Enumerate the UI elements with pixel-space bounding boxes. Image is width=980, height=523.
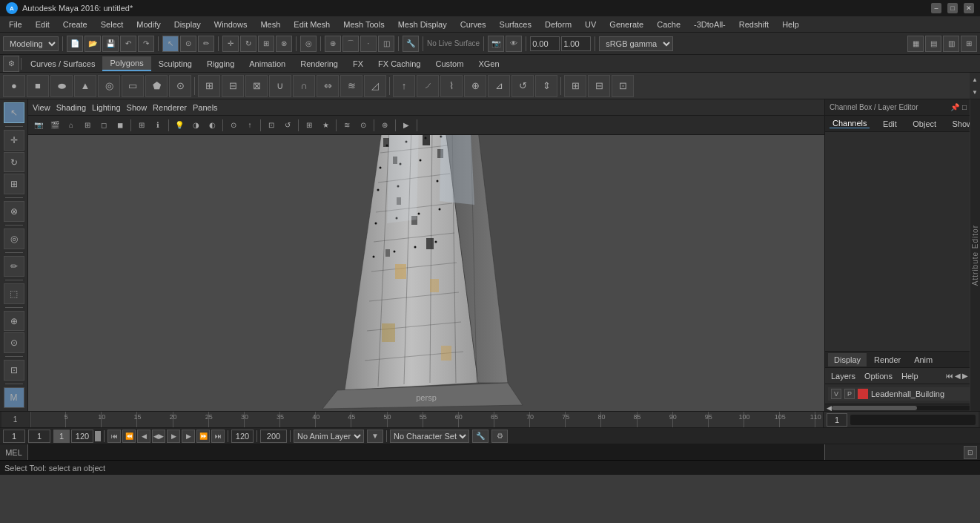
timeline-end-input[interactable] [260,430,287,443]
viewport-menu-view[interactable]: View [33,103,50,112]
redo-button[interactable]: ↷ [138,36,154,52]
layer-arrow-next[interactable]: ▶ [962,372,968,380]
shelf-boolean-diff-icon[interactable]: ∩ [293,75,315,97]
vp-normals-icon[interactable]: ↑ [242,118,257,133]
vp-heads-up-icon[interactable]: ℹ [150,118,165,133]
shelf-tab-custom[interactable]: Custom [428,57,471,70]
menu-select[interactable]: Select [95,19,130,30]
shelf-sphere-icon[interactable]: ● [3,75,25,97]
vp-camera-icon[interactable]: 📷 [31,118,46,133]
shelf-disk-icon[interactable]: ⬟ [145,75,168,97]
char-set-extra-icon[interactable]: ⚙ [491,430,508,443]
current-frame-bottom-input[interactable] [28,430,50,443]
scale-tool-left-button[interactable]: ⊞ [4,174,24,194]
shelf-pipe-icon[interactable]: ⊙ [169,75,191,97]
paint-left-button[interactable]: ✏ [4,256,24,277]
vp-ao-icon[interactable]: ◐ [205,118,219,133]
menu-modify[interactable]: Modify [130,19,166,30]
viewport-menu-panels[interactable]: Panels [193,103,218,112]
shelf-tab-rigging[interactable]: Rigging [199,57,242,70]
shelf-boolean-union-icon[interactable]: ∪ [269,75,291,97]
paint-select-button[interactable]: ✏ [198,36,214,52]
shelf-fill-hole-icon[interactable]: ⊕ [464,75,486,97]
titlebar-controls[interactable]: – □ ✕ [931,3,974,13]
attribute-editor-side-panel[interactable]: Attribute Editor [970,99,980,411]
colorspace-dropdown[interactable]: sRGB gamma [599,36,673,51]
scale-tool-button[interactable]: ⊞ [258,36,274,52]
panel-maximize-icon[interactable]: □ [962,103,967,111]
frame-start-input[interactable] [3,430,25,443]
shelf-collapse-icon[interactable]: ⊡ [612,75,634,97]
show-hide-button[interactable]: 👁 [506,36,522,52]
vp-motion-blur-icon[interactable]: ≋ [340,118,354,133]
step-forward-button[interactable]: ⏩ [196,430,210,443]
shelf-flip-icon[interactable]: ⇕ [535,75,557,97]
range-start-input[interactable] [53,430,70,443]
layer-color-swatch[interactable] [858,389,868,399]
menu-mesh-tools[interactable]: Mesh Tools [337,19,390,30]
layer-arrow-prev[interactable]: ◀ [955,372,961,380]
vp-wireframe-icon[interactable]: ◻ [96,118,111,133]
shelf-wedge-icon[interactable]: ⊿ [488,75,510,97]
close-button[interactable]: ✕ [964,3,974,13]
layer-scrollbar-track[interactable] [832,406,973,410]
viewport-3d[interactable]: persp [28,135,824,411]
menu-generate[interactable]: Generate [603,19,649,30]
shelf-tab-sculpting[interactable]: Sculpting [151,57,199,70]
shelf-combine-icon[interactable]: ⊞ [198,75,220,97]
shelf-mirror-icon[interactable]: ⇔ [317,75,339,97]
vp-home-icon[interactable]: ⌂ [64,118,79,133]
snap-curve-button[interactable]: ⌒ [342,36,359,52]
range-end-input[interactable] [71,430,93,443]
anim-layer-down-icon[interactable]: ▼ [367,430,383,443]
snap-grid-button[interactable]: ⊕ [325,36,341,52]
shelf-spin-edge-icon[interactable]: ↺ [511,75,534,97]
shelf-settings-icon[interactable]: ⚙ [3,56,19,72]
scroll-left-icon[interactable]: ◀ [827,404,832,412]
menu-help[interactable]: Help [776,19,805,30]
layer-visible-toggle[interactable]: V [831,389,841,399]
vp-resolution-icon[interactable]: ⊞ [302,118,317,133]
shelf-tab-fx-caching[interactable]: FX Caching [371,57,428,70]
marquee-left-button[interactable]: ⬚ [4,283,24,304]
shelf-scroll-up-icon[interactable]: ▲ [970,73,980,86]
shelf-extract-icon[interactable]: ⊠ [245,75,268,97]
magnet-left-button[interactable]: ⊙ [4,332,24,353]
cmdline-script-editor-icon[interactable]: ⊡ [964,446,977,459]
shelf-offset-loop-icon[interactable]: ⊟ [588,75,610,97]
viewport-menu-lighting[interactable]: Lighting [92,103,121,112]
shelf-bevel-icon[interactable]: ⟋ [417,75,439,97]
menu-edit[interactable]: Edit [30,19,56,30]
panel-options-button[interactable]: ▤ [925,36,941,52]
menu-uv[interactable]: UV [579,19,602,30]
go-to-end-button[interactable]: ⏭ [211,430,225,443]
timeline-track[interactable]: 5 10 15 20 25 30 35 40 45 50 55 60 65 70… [30,412,823,427]
universal-left-button[interactable]: ⊗ [4,201,24,222]
shelf-cone-icon[interactable]: ▲ [74,75,96,97]
shelf-tab-curves-surfaces[interactable]: Curves / Surfaces [23,57,102,70]
layer-tab-anim[interactable]: Anim [908,353,938,366]
cmdline-input[interactable] [28,444,824,460]
vp-shadow-icon[interactable]: ◑ [188,118,203,133]
next-frame-button[interactable]: ▶ [182,430,195,443]
current-frame-input[interactable] [827,413,847,427]
shelf-extrude-icon[interactable]: ↑ [393,75,415,97]
layer-scrollbar[interactable]: ◀ ▶ [825,404,980,411]
menu-curves[interactable]: Curves [454,19,492,30]
playback-end-input[interactable] [231,430,254,443]
snap-view-button[interactable]: ◫ [378,36,394,52]
menu-deform[interactable]: Deform [539,19,577,30]
select-lasso-button[interactable]: ⊙ [180,36,196,52]
soft-select-button[interactable]: ◎ [300,36,317,52]
layer-tab-display[interactable]: Display [828,353,867,366]
vp-fit-icon[interactable]: ⊞ [80,118,95,133]
layer-playback-toggle[interactable]: P [844,389,855,399]
shelf-tab-rendering[interactable]: Rendering [293,57,345,70]
layer-scrollbar-thumb[interactable] [832,406,917,410]
menu-3dto-all[interactable]: -3DtoAll- [688,19,732,30]
anim-layer-dropdown[interactable]: No Anim Layer [294,430,364,443]
viewport-menu-shading[interactable]: Shading [56,103,86,112]
shelf-separate-icon[interactable]: ⊟ [222,75,244,97]
shelf-tab-animation[interactable]: Animation [242,57,293,70]
vp-cycle-icon[interactable]: ↺ [280,118,295,133]
